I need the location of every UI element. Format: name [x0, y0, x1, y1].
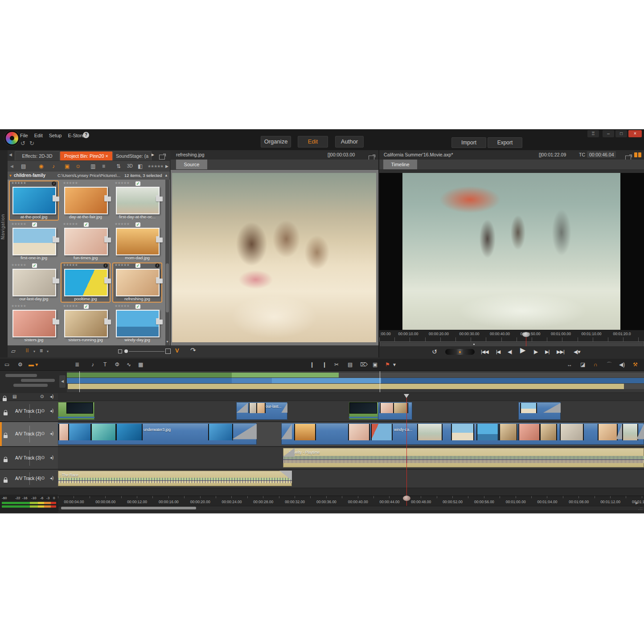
item-thumbnail[interactable]	[64, 310, 108, 337]
editing-tools-icon[interactable]: ⚒	[633, 361, 638, 369]
info-badge-icon[interactable]: i	[103, 263, 108, 268]
master-speaker-icon[interactable]: ◂)	[50, 394, 53, 399]
step-forward-button[interactable]: |▶	[533, 348, 537, 356]
scenes-view-icon[interactable]: ▱	[11, 348, 16, 354]
track-speaker-icon[interactable]: ◂)	[50, 476, 53, 480]
master-eye-icon[interactable]: ⊙	[40, 394, 44, 399]
item-folder-icon[interactable]	[53, 279, 59, 283]
sort-icon[interactable]: ⇅	[116, 162, 121, 170]
volume-button[interactable]: ◀)▾	[574, 348, 580, 356]
item-folder-icon[interactable]	[156, 238, 163, 242]
redo-icon[interactable]: ↻	[29, 140, 34, 147]
storyboard-toggle-icon[interactable]: ◪	[580, 361, 585, 369]
menu-setup[interactable]: Setup	[46, 132, 65, 139]
audio-mixer-icon[interactable]: ≣	[75, 361, 79, 369]
help-icon[interactable]: ?	[83, 132, 89, 138]
tab-timeline[interactable]: Timeline	[383, 160, 417, 169]
item-folder-icon[interactable]	[104, 238, 111, 242]
timeline-ruler[interactable]: 00:00:04.0000:00:08.0000:00:12.0000:00:1…	[58, 496, 644, 506]
item-rating-stars[interactable]: ★★★★★	[11, 263, 26, 267]
undo-icon[interactable]: ↺	[21, 140, 25, 147]
item-rating-stars[interactable]: ★★★★★	[115, 222, 129, 226]
loop-playback-button[interactable]: ↺	[432, 348, 437, 356]
menu-file[interactable]: File	[17, 132, 31, 139]
go-to-end-button[interactable]: ▶▶|	[557, 348, 564, 356]
collapse-up-icon[interactable]: ▲	[164, 172, 168, 180]
navigator-strip[interactable]	[67, 371, 644, 392]
scorefitter-icon[interactable]: ♪	[91, 361, 94, 369]
item-rating-stars[interactable]: ★★★★★	[11, 181, 26, 185]
item-thumbnail[interactable]	[12, 269, 56, 296]
media-item[interactable]: ★★★★★✓our-last-day.jpg	[9, 263, 59, 303]
track-eye-icon[interactable]: ⊙	[41, 431, 45, 436]
photo-filter-icon[interactable]: ▣	[65, 162, 70, 170]
bin-tab-project-bin[interactable]: Project Bin: Pinn20 ×	[60, 151, 113, 160]
media-item[interactable]: ★★★★★✓windy-day.jpg	[112, 304, 162, 344]
dual-preview-icon[interactable]	[634, 152, 637, 157]
item-rating-stars[interactable]: ★★★★★	[63, 222, 78, 226]
item-thumbnail[interactable]	[64, 269, 108, 296]
item-folder-icon[interactable]	[53, 197, 59, 201]
track-speaker-icon[interactable]: ◂)	[50, 455, 53, 460]
transition-wedge[interactable]	[281, 403, 287, 413]
menu-edit[interactable]: Edit	[31, 132, 46, 139]
track-header-2[interactable]: A/V Track (2)⊙◂)	[0, 422, 58, 447]
item-rating-stars[interactable]: ★★★★★	[115, 181, 129, 185]
mode-button-author[interactable]: Author	[335, 136, 364, 148]
item-thumbnail[interactable]	[116, 228, 160, 255]
audio-filter-icon[interactable]: ♪	[52, 162, 55, 170]
preview-scroll-thumb[interactable]	[381, 342, 643, 346]
title-editor-icon[interactable]: T	[103, 361, 107, 369]
send-to-timeline-icon[interactable]: ↷	[190, 346, 196, 354]
detach-panel-icon[interactable]	[159, 153, 165, 161]
transition-wedge[interactable]	[236, 403, 248, 413]
item-thumbnail[interactable]	[12, 228, 56, 255]
audio-scrub-icon[interactable]: ◀)	[619, 361, 625, 369]
track-speaker-icon[interactable]: ◂)	[50, 408, 53, 413]
media-item[interactable]: ★★★★★iat-the-pool.jpg	[9, 180, 59, 221]
item-thumbnail[interactable]	[64, 228, 108, 255]
track-lane-3[interactable]: Novelty - Playtime	[58, 447, 644, 470]
settings-gear-icon[interactable]: ⚙	[18, 361, 23, 369]
zoom-slider-handle[interactable]	[124, 349, 128, 353]
tag-icon[interactable]: ◧	[138, 162, 143, 170]
info-badge-icon[interactable]: i	[155, 263, 160, 268]
track-eye-icon[interactable]: ⊙	[41, 408, 45, 413]
list-view-caret-icon[interactable]: ▾	[47, 349, 49, 353]
toolbar-scroll-left-icon[interactable]: ◀	[10, 162, 13, 170]
track-header-1[interactable]: A/V Track (1)⊙◂)	[0, 401, 58, 422]
marker-dropdown-icon[interactable]: ▬ ▾	[29, 361, 38, 369]
jog-wheel[interactable]	[445, 349, 475, 355]
cart-icon[interactable]: ♖	[587, 130, 599, 137]
audio-clip[interactable]: - The Race	[58, 471, 292, 486]
tab-scroll-right-icon[interactable]: ▶	[151, 152, 154, 157]
bin-tab-effects[interactable]: Effects: 2D-3D	[15, 151, 60, 160]
bin-tab-soundstage[interactable]: SoundStage: (a	[113, 151, 152, 160]
playhead-scrub-knob[interactable]	[403, 496, 410, 501]
step-back-button[interactable]: ◀|	[508, 348, 512, 356]
media-item[interactable]: ★★★★★sisters.jpg	[9, 304, 59, 344]
close-button[interactable]: ×	[628, 130, 642, 137]
item-folder-icon[interactable]	[104, 197, 111, 201]
track-manager-icon[interactable]: ▭	[4, 361, 9, 369]
tracks-top-gutter[interactable]	[58, 393, 644, 400]
list-view-icon[interactable]: ≡	[102, 162, 105, 170]
export-button[interactable]: Export	[488, 137, 522, 148]
timeline-clip[interactable]	[518, 402, 561, 420]
item-folder-icon[interactable]	[156, 197, 163, 201]
item-rating-stars[interactable]: ★★★★★	[63, 304, 78, 308]
item-thumbnail[interactable]	[12, 310, 56, 337]
item-rating-stars[interactable]: ★★★★★	[115, 304, 129, 308]
track-lane-4[interactable]: - The Race	[58, 470, 644, 488]
mode-button-organize[interactable]: Organize	[261, 136, 291, 148]
timeline-clip[interactable]: our-last...	[236, 402, 287, 420]
track-lane-1[interactable]: our-last...	[58, 401, 644, 422]
timeline-hscrollbar-thumb[interactable]	[61, 507, 196, 509]
item-rating-stars[interactable]: ★★★★★	[11, 222, 26, 226]
list-view-icon[interactable]: ≡	[40, 348, 43, 354]
navigator-playhead-marker[interactable]	[380, 371, 380, 392]
play-button[interactable]: ▶	[520, 346, 525, 354]
zoom-slider-track[interactable]	[129, 351, 164, 352]
timeline-clip[interactable]	[58, 402, 94, 420]
item-folder-icon[interactable]	[104, 279, 111, 283]
